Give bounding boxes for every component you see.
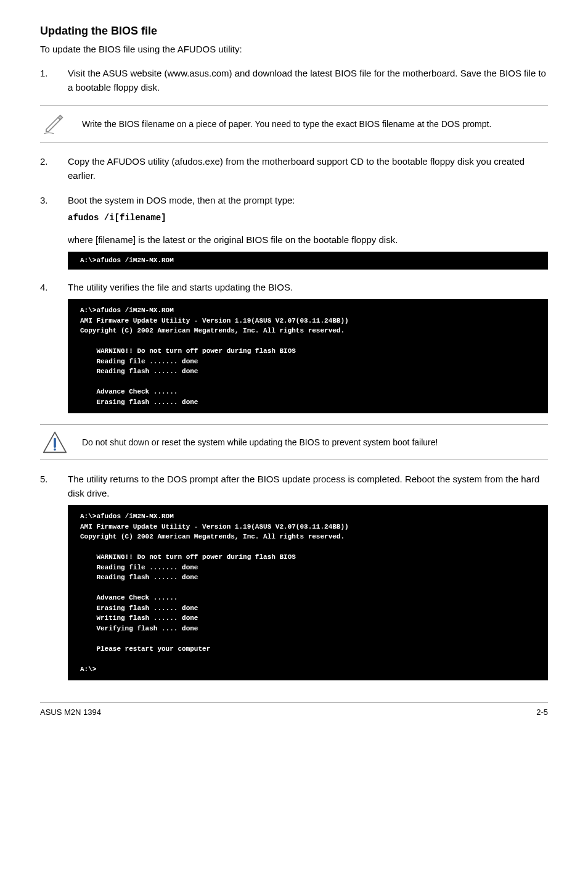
step-number: 2. [40,155,68,183]
svg-point-1 [54,448,56,451]
step-text: Visit the ASUS website (www.asus.com) an… [68,67,548,94]
note-text: Write the BIOS filename on a piece of pa… [82,118,548,131]
step-1: 1. Visit the ASUS website (www.asus.com)… [40,67,548,94]
step-text: The utility verifies the file and starts… [68,281,548,295]
step-number: 4. [40,281,68,295]
warning-icon [40,430,70,455]
step-number: 1. [40,67,68,94]
step-text: The utility returns to the DOS prompt af… [68,472,548,500]
step-sub-text: where [filename] is the latest or the or… [68,233,548,247]
step-3: 3. Boot the system in DOS mode, then at … [40,194,548,247]
step-text: Copy the AFUDOS utility (afudos.exe) fro… [68,155,548,183]
footer-left: ASUS M2N 1394 [40,708,101,717]
terminal-output-3: A:\>afudos /iM2N-MX.ROM AMI Firmware Upd… [68,505,548,680]
step-2: 2. Copy the AFUDOS utility (afudos.exe) … [40,155,548,183]
step-number: 5. [40,472,68,500]
command-text: afudos /i[filename] [68,212,548,225]
intro-text: To update the BIOS file using the AFUDOS… [40,44,548,54]
terminal-output-1: A:\>afudos /iM2N-MX.ROM [68,252,548,270]
step-text: Boot the system in DOS mode, then at the… [68,194,548,247]
note-block-warning: Do not shut down or reset the system whi… [40,424,548,460]
page-footer: ASUS M2N 1394 2-5 [40,702,548,717]
section-heading: Updating the BIOS file [40,25,548,38]
note-block-write-filename: Write the BIOS filename on a piece of pa… [40,105,548,142]
note-text: Do not shut down or reset the system whi… [82,436,548,449]
step-5: 5. The utility returns to the DOS prompt… [40,472,548,500]
footer-right: 2-5 [536,708,548,717]
pencil-icon [40,111,70,137]
step-4: 4. The utility verifies the file and sta… [40,281,548,295]
terminal-output-2: A:\>afudos /iM2N-MX.ROM AMI Firmware Upd… [68,299,548,413]
step-text-line: Boot the system in DOS mode, then at the… [68,194,548,208]
step-number: 3. [40,194,68,247]
